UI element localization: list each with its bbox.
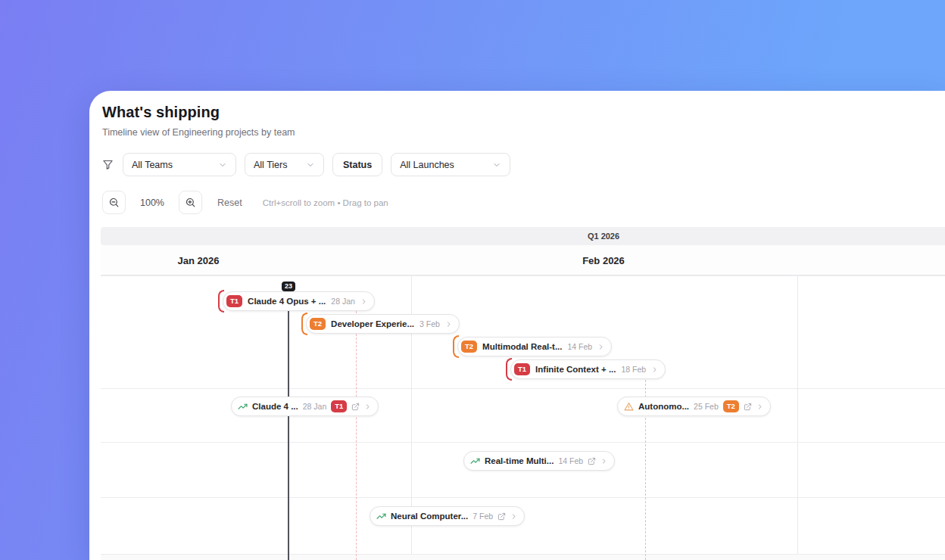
launch-date: 25 Feb xyxy=(694,402,719,411)
project-chip[interactable]: T1 Infinite Context + ... 18 Feb xyxy=(510,359,666,379)
teams-select[interactable]: All Teams xyxy=(123,153,236,176)
chevron-right-icon xyxy=(510,513,517,520)
quarter-label: Q1 2026 xyxy=(588,232,619,241)
timeline[interactable]: Q1 2026 Jan 2026 Feb 2026 23 T1 Claude 4… xyxy=(101,227,945,560)
project-chip[interactable]: T2 Multimodal Real-t... 14 Feb xyxy=(457,337,612,356)
row-background xyxy=(101,554,945,560)
tiers-select-value: All Tiers xyxy=(254,160,287,170)
chevron-right-icon xyxy=(364,403,371,410)
row-gridline xyxy=(101,554,945,555)
launch-chip[interactable]: Autonomo... 25 Feb T2 xyxy=(617,397,771,416)
launches-select-value: All Launches xyxy=(400,160,454,170)
chevron-right-icon xyxy=(360,298,367,305)
project-title: Claude 4 Opus + ... xyxy=(248,297,326,306)
milestone-dashed-line xyxy=(356,311,357,560)
quarter-header: Q1 2026 xyxy=(101,227,945,245)
page-subtitle: Timeline view of Engineering projects by… xyxy=(102,127,295,138)
project-date: 14 Feb xyxy=(568,342,593,351)
launch-title: Claude 4 ... xyxy=(252,402,298,411)
tiers-select[interactable]: All Tiers xyxy=(245,153,324,176)
external-link-icon[interactable] xyxy=(744,403,752,411)
zoom-out-button[interactable] xyxy=(102,191,126,214)
launch-title: Real-time Multi... xyxy=(485,456,554,465)
trending-up-icon xyxy=(376,512,386,521)
chevron-right-icon xyxy=(756,403,763,410)
trending-up-icon xyxy=(238,402,248,412)
reset-zoom-button[interactable]: Reset xyxy=(217,198,242,208)
chevron-right-icon xyxy=(597,344,604,350)
tier-badge: T1 xyxy=(226,295,242,307)
chevron-right-icon xyxy=(600,458,607,465)
filter-icon xyxy=(102,159,114,170)
project-title: Infinite Context + ... xyxy=(535,365,616,374)
row-gridline xyxy=(101,442,945,443)
project-date: 3 Feb xyxy=(419,319,440,328)
teams-select-value: All Teams xyxy=(132,160,173,170)
warning-icon xyxy=(624,402,634,412)
chevron-down-icon xyxy=(492,160,501,170)
external-link-icon[interactable] xyxy=(588,457,596,465)
timeline-grid[interactable]: 23 T1 Claude 4 Opus + ... 28 Jan T2 Deve… xyxy=(101,275,945,560)
month-label-feb: Feb 2026 xyxy=(582,254,625,266)
launch-chip[interactable]: Real-time Multi... 14 Feb xyxy=(463,451,615,471)
external-link-icon[interactable] xyxy=(351,403,360,411)
launch-date: 14 Feb xyxy=(558,456,583,465)
external-link-icon[interactable] xyxy=(497,512,506,521)
tier-badge: T2 xyxy=(723,400,739,412)
tier-badge: T1 xyxy=(514,363,530,375)
tier-badge: T2 xyxy=(461,341,477,353)
launches-select[interactable]: All Launches xyxy=(391,153,510,176)
launch-chip[interactable]: Neural Computer... 7 Feb xyxy=(370,506,525,526)
zoom-in-button[interactable] xyxy=(179,191,202,214)
launch-title: Neural Computer... xyxy=(391,512,468,521)
zoom-level: 100% xyxy=(126,198,179,208)
launch-date: 28 Jan xyxy=(303,402,327,411)
project-title: Developer Experie... xyxy=(331,319,414,328)
month-label-jan: Jan 2026 xyxy=(178,254,220,266)
today-line xyxy=(288,289,289,560)
project-title: Multimodal Real-t... xyxy=(482,342,562,351)
main-card: What's shipping Timeline view of Enginee… xyxy=(89,91,945,560)
launch-chip[interactable]: Claude 4 ... 28 Jan T1 xyxy=(231,397,379,416)
pan-zoom-hint: Ctrl+scroll to zoom • Drag to pan xyxy=(263,198,388,207)
row-gridline xyxy=(101,497,945,498)
filter-bar: All Teams All Tiers Status All Launches xyxy=(102,153,510,176)
chevron-down-icon xyxy=(218,160,227,170)
row-gridline xyxy=(101,388,945,389)
project-date: 28 Jan xyxy=(331,297,355,306)
tier-badge: T1 xyxy=(331,400,347,412)
project-chip[interactable]: T1 Claude 4 Opus + ... 28 Jan xyxy=(223,291,375,311)
status-button[interactable]: Status xyxy=(332,153,382,176)
project-date: 18 Feb xyxy=(621,365,646,374)
row-gridline xyxy=(101,275,945,276)
month-gridline xyxy=(797,275,798,560)
page-title: What's shipping xyxy=(102,104,295,121)
page-header: What's shipping Timeline view of Enginee… xyxy=(102,104,295,138)
chevron-right-icon xyxy=(445,321,452,328)
launch-title: Autonomo... xyxy=(638,402,689,411)
trending-up-icon xyxy=(470,456,480,466)
today-badge: 23 xyxy=(282,282,295,291)
zoom-toolbar: 100% Reset Ctrl+scroll to zoom • Drag to… xyxy=(102,191,388,214)
project-chip[interactable]: T2 Developer Experie... 3 Feb xyxy=(306,314,460,334)
chevron-right-icon xyxy=(651,366,658,373)
launch-date: 7 Feb xyxy=(472,512,493,521)
chevron-down-icon xyxy=(306,160,315,170)
tier-badge: T2 xyxy=(310,318,326,330)
month-header-row: Jan 2026 Feb 2026 xyxy=(101,245,945,275)
